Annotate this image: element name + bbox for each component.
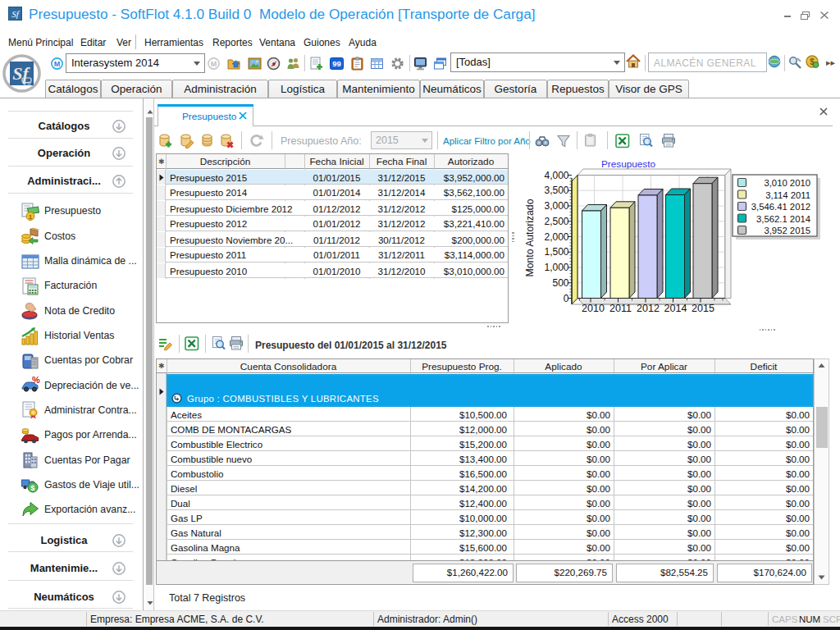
svg-text:M: M bbox=[211, 60, 217, 68]
svg-text:1,500: 1,500 bbox=[544, 246, 568, 258]
svg-text:Monto Autorizado: Monto Autorizado bbox=[524, 199, 536, 276]
svg-text:M: M bbox=[54, 60, 61, 68]
svg-text:3,546.41 2012: 3,546.41 2012 bbox=[751, 202, 810, 212]
svg-text:4,000: 4,000 bbox=[544, 170, 568, 181]
svg-text:0: 0 bbox=[564, 293, 569, 304]
svg-text:2015: 2015 bbox=[692, 303, 714, 314]
svg-text:3,952 2015: 3,952 2015 bbox=[764, 226, 810, 235]
svg-text:Sf: Sf bbox=[12, 63, 30, 84]
svg-text:2012: 2012 bbox=[637, 303, 660, 314]
svg-text:2,000: 2,000 bbox=[544, 231, 568, 243]
svg-text:$: $ bbox=[30, 483, 35, 492]
svg-text:2011: 2011 bbox=[609, 303, 632, 314]
svg-text:3,500: 3,500 bbox=[544, 185, 568, 196]
svg-text:3,562.1 2014: 3,562.1 2014 bbox=[756, 214, 810, 224]
svg-text:500: 500 bbox=[552, 277, 568, 289]
svg-text:2,500: 2,500 bbox=[544, 216, 568, 227]
svg-text:2014: 2014 bbox=[664, 303, 687, 314]
svg-text:99: 99 bbox=[332, 59, 341, 68]
svg-text:%: % bbox=[32, 376, 40, 385]
svg-text:3,114 2011: 3,114 2011 bbox=[765, 190, 810, 200]
svg-text:1: 1 bbox=[29, 213, 33, 221]
svg-text:3,000: 3,000 bbox=[544, 200, 568, 212]
svg-text:3,010 2010: 3,010 2010 bbox=[764, 178, 810, 188]
svg-text:1,000: 1,000 bbox=[544, 262, 568, 273]
svg-text:2010: 2010 bbox=[582, 303, 605, 314]
svg-text:Presupuesto: Presupuesto bbox=[601, 158, 656, 170]
